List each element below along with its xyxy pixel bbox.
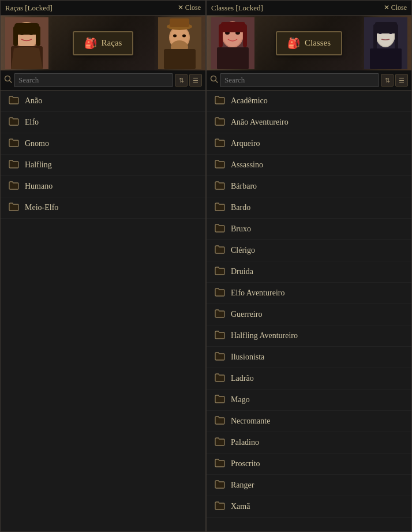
close-button[interactable]: ✕ Close [178,3,201,12]
sort-button[interactable]: ⇅ [381,74,394,87]
banner-left-portrait [1,16,53,70]
bag-icon: 🎒 [84,37,97,50]
list-item[interactable]: Gnomo [1,133,205,155]
folder-icon [215,223,225,235]
folder-icon [215,501,225,512]
list-item-label: Gnomo [25,139,49,148]
close-button[interactable]: ✕ Close [384,3,407,12]
list-item[interactable]: Clérigo [207,240,411,261]
svg-rect-29 [219,24,223,47]
folder-icon [215,287,225,299]
folder-icon [9,202,19,213]
svg-rect-20 [170,18,189,27]
banner-right-portrait [153,16,205,70]
banner-right-portrait [359,16,411,70]
list-item[interactable]: Elfo Aventureiro [207,283,411,304]
banner-btn-label: Classes [305,38,331,48]
list-item[interactable]: Bardo [207,197,411,219]
panel-header-bar: Raças [Locked]✕ Close [1,1,205,16]
list-item-label: Necromante [231,417,270,426]
list-item[interactable]: Ladrão [207,368,411,389]
list-item[interactable]: Druida [207,261,411,283]
list-item-label: Acadêmico [231,96,268,106]
search-input[interactable] [14,73,173,87]
folder-icon [215,437,225,448]
list-item-label: Ladrão [231,374,254,383]
list-item[interactable]: Anão Aventureiro [207,112,411,133]
panel-racas: Raças [Locked]✕ Close [0,0,206,532]
folder-icon [9,138,19,149]
folder-icon [215,181,225,192]
close-label: Close [185,3,201,12]
folder-icon [215,330,225,342]
folder-icon [9,117,19,128]
banner-button[interactable]: 🎒Classes [276,31,342,55]
filter-button[interactable]: ☰ [189,74,202,87]
list-item[interactable]: Acadêmico [207,91,411,112]
svg-rect-30 [243,24,247,47]
folder-icon [215,159,225,171]
list-item[interactable]: Assassino [207,155,411,176]
folder-icon [215,479,225,491]
list-item[interactable]: Xamã [207,496,411,518]
sort-icon: ⇅ [385,77,390,84]
list-item[interactable]: Meio-Elfo [1,197,205,219]
panel-title: Classes [Locked] [211,3,263,13]
svg-line-22 [10,81,12,83]
portrait-left-svg [211,17,254,69]
filter-button[interactable]: ☰ [395,74,408,87]
folder-icon [9,181,19,192]
filter-icon: ☰ [399,77,404,84]
svg-line-42 [216,81,218,83]
classes-list: AcadêmicoAnão AventureiroArqueiroAssassi… [207,91,411,531]
list-item[interactable]: Paladino [207,432,411,454]
folder-icon [215,415,225,427]
list-item-label: Anão Aventureiro [231,118,289,127]
folder-icon [9,159,19,171]
list-item-label: Bardo [231,203,250,212]
list-item-label: Elfo Aventureiro [231,289,284,298]
svg-rect-18 [164,49,196,69]
panel-banner: 🎒Classes [207,16,411,70]
folder-icon [215,394,225,406]
list-item[interactable]: Anão [1,91,205,112]
folder-icon [215,202,225,213]
list-item[interactable]: Halfling Aventureiro [207,325,411,347]
banner-button[interactable]: 🎒Raças [73,31,134,55]
list-item[interactable]: Humano [1,176,205,197]
search-input[interactable] [220,73,379,87]
list-item-label: Ranger [231,481,254,490]
portrait-right-svg [364,17,407,69]
list-item[interactable]: Arqueiro [207,133,411,155]
folder-icon [215,309,225,320]
list-item[interactable]: Ilusionista [207,347,411,368]
folder-icon [215,117,225,128]
sort-button[interactable]: ⇅ [175,74,188,87]
list-item-label: Assassino [231,160,263,170]
folder-icon [9,95,19,107]
list-item[interactable]: Ranger [207,475,411,496]
list-item[interactable]: Bárbaro [207,176,411,197]
panel-title: Raças [Locked] [5,3,53,13]
search-controls: ⇅☰ [381,74,408,87]
list-item-label: Bruxo [231,224,251,234]
list-item-label: Halfling [25,160,52,170]
list-item[interactable]: Proscrito [207,454,411,475]
list-item-label: Paladino [231,438,259,447]
list-item-label: Xamã [231,502,250,511]
folder-icon [215,458,225,470]
list-item[interactable]: Bruxo [207,219,411,240]
close-icon: ✕ [178,3,183,12]
list-item[interactable]: Halfling [1,155,205,176]
search-bar: ⇅☰ [207,70,411,91]
list-item[interactable]: Elfo [1,112,205,133]
list-item-label: Meio-Elfo [25,203,58,212]
svg-rect-8 [14,23,39,35]
list-item[interactable]: Mago [207,389,411,411]
svg-rect-28 [221,22,245,32]
search-icon [210,75,218,85]
list-item[interactable]: Necromante [207,411,411,432]
folder-icon [215,266,225,278]
list-item[interactable]: Guerreiro [207,304,411,325]
panel-header-bar: Classes [Locked]✕ Close [207,1,411,16]
